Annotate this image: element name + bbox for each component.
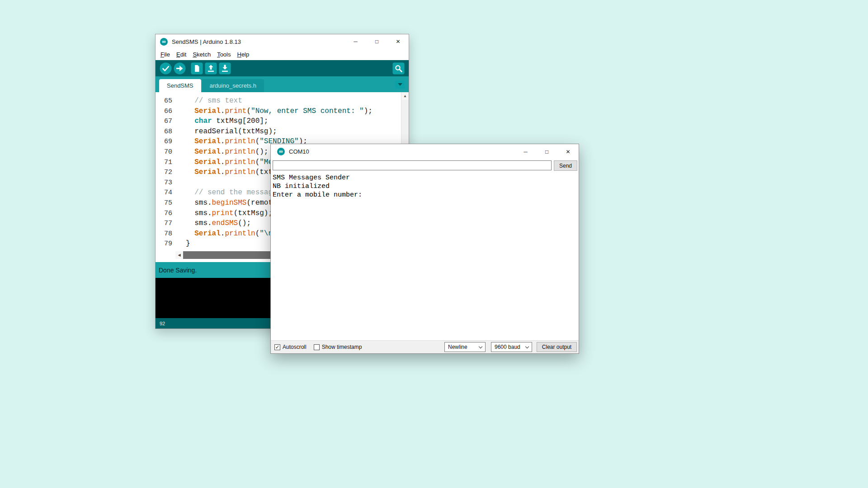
serial-window-title: COM10 xyxy=(289,148,309,155)
clear-output-button[interactable]: Clear output xyxy=(537,342,577,352)
menu-sketch[interactable]: Sketch xyxy=(189,51,214,58)
upload-button[interactable] xyxy=(174,62,186,75)
tab-bar: SendSMS arduino_secrets.h xyxy=(156,76,409,92)
line-number: 73 xyxy=(156,178,172,188)
close-icon[interactable]: ✕ xyxy=(557,144,579,159)
line-number: 65 xyxy=(156,96,172,107)
chevron-down-icon xyxy=(525,345,529,348)
code-line: 67 char txtMsg[200]; xyxy=(156,116,409,127)
line-number: 74 xyxy=(156,188,172,198)
open-sketch-button[interactable] xyxy=(205,62,217,75)
send-button[interactable]: Send xyxy=(554,160,577,171)
line-ending-select[interactable]: Newline xyxy=(444,342,486,352)
arrow-up-icon xyxy=(205,62,217,75)
scrollbar-thumb[interactable] xyxy=(183,251,271,259)
document-icon xyxy=(191,62,203,75)
code-line: 66 Serial.print("Now, enter SMS content:… xyxy=(156,106,409,117)
chevron-down-icon xyxy=(398,83,402,86)
serial-output-line: Enter a mobile number: xyxy=(273,191,578,199)
code-line: 65 // sms text xyxy=(156,96,409,106)
serial-message-input[interactable] xyxy=(273,160,552,170)
chevron-down-icon xyxy=(479,345,482,348)
autoscroll-checkbox[interactable]: ✓ xyxy=(274,344,280,350)
serial-monitor-window: ∞ COM10 ─ □ ✕ Send SMS Messages SenderNB… xyxy=(270,144,579,354)
serial-output-line: SMS Messages Sender xyxy=(273,174,578,182)
scroll-left-button[interactable]: ◀ xyxy=(175,251,183,259)
maximize-icon[interactable]: □ xyxy=(536,144,557,159)
serial-bottom-bar: ✓ Autoscroll Show timestamp Newline 9600… xyxy=(271,340,579,353)
serial-output-line: NB initialized xyxy=(273,182,578,191)
serial-output: SMS Messages SenderNB initializedEnter a… xyxy=(271,172,579,340)
tab-list-button[interactable] xyxy=(395,80,405,89)
line-number: 66 xyxy=(156,107,172,117)
line-number: 71 xyxy=(156,158,172,168)
scroll-up-button[interactable]: ▲ xyxy=(401,92,409,100)
arduino-window-title: SendSMS | Arduino 1.8.13 xyxy=(172,38,241,45)
serial-input-row: Send xyxy=(271,159,579,172)
maximize-icon[interactable]: □ xyxy=(366,34,387,49)
desktop-background: ∞ SendSMS | Arduino 1.8.13 ─ □ ✕ FileEdi… xyxy=(0,0,868,488)
serial-titlebar[interactable]: ∞ COM10 ─ □ ✕ xyxy=(271,144,579,159)
current-line-indicator: 92 xyxy=(160,321,165,326)
new-sketch-button[interactable] xyxy=(191,62,203,75)
toolbar xyxy=(156,60,409,76)
arrow-right-icon xyxy=(174,62,186,75)
tab-arduino-secrets[interactable]: arduino_secrets.h xyxy=(202,79,264,92)
minimize-icon[interactable]: ─ xyxy=(515,144,536,159)
menu-tools[interactable]: Tools xyxy=(214,51,234,58)
menu-help[interactable]: Help xyxy=(234,51,252,58)
line-number: 78 xyxy=(156,229,172,239)
arduino-logo-icon: ∞ xyxy=(277,148,285,155)
autoscroll-label: Autoscroll xyxy=(283,344,307,350)
window-controls: ─ □ ✕ xyxy=(515,144,579,159)
line-number: 70 xyxy=(156,147,172,158)
magnifier-icon xyxy=(392,62,405,75)
line-number: 72 xyxy=(156,168,172,178)
tab-sendsms[interactable]: SendSMS xyxy=(159,79,201,92)
line-number: 77 xyxy=(156,219,172,229)
show-timestamp-checkbox[interactable] xyxy=(314,344,320,350)
line-number: 69 xyxy=(156,137,172,147)
show-timestamp-label: Show timestamp xyxy=(322,344,362,350)
line-ending-value: Newline xyxy=(448,344,467,350)
status-message: Done Saving. xyxy=(159,267,197,274)
menu-file[interactable]: File xyxy=(157,51,173,58)
line-number: 68 xyxy=(156,127,172,137)
minimize-icon[interactable]: ─ xyxy=(345,34,366,49)
save-sketch-button[interactable] xyxy=(219,62,231,75)
arduino-titlebar[interactable]: ∞ SendSMS | Arduino 1.8.13 ─ □ ✕ xyxy=(156,34,409,49)
line-number: 76 xyxy=(156,209,172,219)
line-number: 79 xyxy=(156,239,172,249)
verify-button[interactable] xyxy=(160,62,172,75)
line-number: 75 xyxy=(156,198,172,209)
serial-monitor-button[interactable] xyxy=(392,62,405,75)
arrow-down-icon xyxy=(219,62,231,75)
menu-edit[interactable]: Edit xyxy=(173,51,189,58)
checkmark-icon xyxy=(160,62,172,75)
arduino-logo-icon: ∞ xyxy=(160,38,168,46)
window-controls: ─ □ ✕ xyxy=(345,34,409,49)
baud-rate-value: 9600 baud xyxy=(495,344,520,350)
close-icon[interactable]: ✕ xyxy=(387,34,409,49)
baud-rate-select[interactable]: 9600 baud xyxy=(491,342,532,352)
menu-bar: FileEditSketchToolsHelp xyxy=(156,49,409,60)
code-line: 68 readSerial(txtMsg); xyxy=(156,127,409,137)
line-number: 67 xyxy=(156,117,172,127)
